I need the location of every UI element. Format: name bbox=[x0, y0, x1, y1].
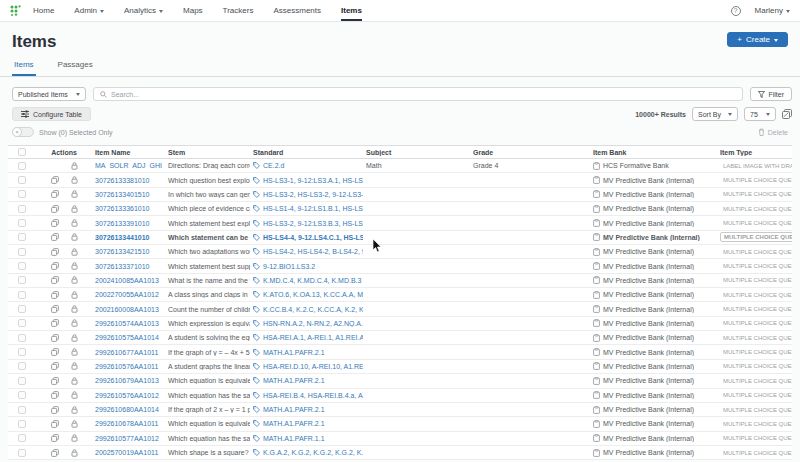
lock-icon[interactable] bbox=[71, 362, 78, 370]
row-checkbox[interactable] bbox=[18, 362, 26, 370]
row-checkbox[interactable] bbox=[18, 434, 26, 442]
item-name-link[interactable]: 30726133401510 bbox=[95, 191, 150, 198]
table-row[interactable]: 2992610677AA1011 If the graph of y = – 4… bbox=[8, 345, 792, 359]
item-standard-link[interactable]: HS-LS3-1, 9-12:LS3.A.1, HS-LS3-1, B-LS3-… bbox=[263, 177, 363, 184]
copy-icon[interactable] bbox=[51, 262, 59, 270]
copy-icon[interactable] bbox=[51, 305, 59, 313]
copy-icon[interactable] bbox=[51, 362, 59, 370]
column-header-item-bank[interactable]: Item Bank bbox=[590, 149, 717, 156]
copy-icon[interactable] bbox=[51, 377, 59, 385]
row-checkbox[interactable] bbox=[18, 262, 26, 270]
copy-icon[interactable] bbox=[51, 449, 59, 457]
item-standard-link[interactable]: K.MD.C.4, K.MD.C.4, K.MD.B.3 bbox=[263, 277, 361, 284]
copy-icon[interactable] bbox=[51, 233, 59, 241]
copy-icon[interactable] bbox=[51, 319, 59, 327]
copy-icon[interactable] bbox=[51, 434, 59, 442]
table-row[interactable]: 30726133401510 In which two ways can gen… bbox=[8, 188, 792, 202]
item-name-link[interactable]: 30726133381010 bbox=[95, 177, 150, 184]
nav-item-items[interactable]: Items bbox=[341, 0, 362, 21]
nav-item-home[interactable]: Home bbox=[33, 0, 54, 21]
lock-icon[interactable] bbox=[71, 377, 78, 385]
column-header-standard[interactable]: Standard bbox=[250, 149, 363, 156]
item-name-link[interactable]: 2992610577AA1012 bbox=[95, 435, 159, 442]
copy-icon[interactable] bbox=[51, 219, 59, 227]
item-standard-link[interactable]: HS-LS3-2, 9-12:LS3.B.3, HS-LS3-2, B-LS3-… bbox=[263, 220, 363, 227]
row-checkbox[interactable] bbox=[18, 348, 26, 356]
lock-icon[interactable] bbox=[71, 319, 78, 327]
table-row[interactable]: 2992610680AA1014 If the graph of 2 x – y… bbox=[8, 403, 792, 417]
table-row[interactable]: MA_SOLR_ADJ_GHI_CA3_Q... Directions: Dra… bbox=[8, 159, 792, 173]
item-name-link[interactable]: 2002160008AA1013 bbox=[95, 306, 159, 313]
copy-icon[interactable] bbox=[51, 334, 59, 342]
tab-passages[interactable]: Passages bbox=[56, 60, 95, 76]
table-row[interactable]: 2992610576AA1012 Which equation has the … bbox=[8, 389, 792, 403]
row-checkbox[interactable] bbox=[18, 190, 26, 198]
show-selected-toggle[interactable]: × bbox=[12, 127, 34, 137]
item-name-link[interactable]: 2992610576AA1011 bbox=[95, 363, 158, 370]
column-header-grade[interactable]: Grade bbox=[470, 149, 590, 156]
copy-icon[interactable] bbox=[51, 205, 59, 213]
item-standard-link[interactable]: HS-LS4-2, HS-LS4-2, B-LS4-2, 9-12-LS4-2,… bbox=[263, 248, 363, 255]
item-standard-link[interactable]: K.ATO.6, K.OA.13, K.CC.A.A, MATH.K.PAFR.… bbox=[263, 291, 363, 298]
lock-icon[interactable] bbox=[71, 406, 78, 414]
copy-icon[interactable] bbox=[51, 348, 59, 356]
copy-icon[interactable] bbox=[51, 420, 59, 428]
item-standard-link[interactable]: HSA-REI.D.10, A-REI.10, A1.REI.C.6, A1: … bbox=[263, 363, 363, 370]
row-checkbox[interactable] bbox=[18, 276, 26, 284]
table-row[interactable]: 2992610679AA1013 Which equation is equiv… bbox=[8, 374, 792, 388]
lock-icon[interactable] bbox=[71, 391, 78, 399]
row-checkbox[interactable] bbox=[18, 420, 26, 428]
item-standard-link[interactable]: MATH.A1.PAFR.2.1 bbox=[263, 377, 325, 384]
lock-icon[interactable] bbox=[71, 233, 78, 241]
nav-item-maps[interactable]: Maps bbox=[183, 0, 203, 21]
help-icon[interactable]: ? bbox=[731, 6, 741, 16]
published-items-select[interactable]: Published Items bbox=[12, 87, 86, 101]
item-name-link[interactable]: 30726133361010 bbox=[95, 205, 150, 212]
row-checkbox[interactable] bbox=[18, 449, 26, 457]
row-checkbox[interactable] bbox=[18, 377, 26, 385]
item-name-link[interactable]: 2002570019AA1011 bbox=[95, 449, 158, 456]
copy-icon[interactable] bbox=[51, 406, 59, 414]
item-name-link[interactable]: 30726133421510 bbox=[95, 248, 150, 255]
copy-icon[interactable] bbox=[51, 276, 59, 284]
lock-icon[interactable] bbox=[71, 276, 78, 284]
column-header-stem[interactable]: Stem bbox=[165, 149, 250, 156]
item-standard-link[interactable]: MATH.A1.PAFR.2.1 bbox=[263, 349, 325, 356]
copy-icon[interactable] bbox=[51, 176, 59, 184]
lock-icon[interactable] bbox=[71, 176, 78, 184]
copy-icon[interactable] bbox=[51, 190, 59, 198]
row-checkbox[interactable] bbox=[18, 319, 26, 327]
item-name-link[interactable]: 2992610576AA1012 bbox=[95, 392, 159, 399]
table-row[interactable]: 30726133421510 Which two adaptations wou… bbox=[8, 245, 792, 259]
column-header-subject[interactable]: Subject bbox=[363, 149, 470, 156]
table-row[interactable]: 2992610576AA1011 A student graphs the li… bbox=[8, 360, 792, 374]
copy-icon[interactable] bbox=[51, 391, 59, 399]
item-name-link[interactable]: 2992610680AA1014 bbox=[95, 406, 159, 413]
item-name-link[interactable]: 2992610677AA1011 bbox=[95, 349, 158, 356]
item-name-link[interactable]: 2992610575AA1014 bbox=[95, 334, 159, 341]
table-row[interactable]: 30726133441010 Which statement can be us… bbox=[8, 231, 792, 245]
item-standard-link[interactable]: HSA-REI.A.1, A-REI.1, A1.REI.A.1, A1: A-… bbox=[263, 334, 363, 341]
row-checkbox[interactable] bbox=[18, 162, 26, 170]
user-menu[interactable]: Marleny bbox=[755, 6, 790, 15]
item-standard-link[interactable]: MATH.A1.PAFR.2.1 bbox=[263, 420, 325, 427]
table-row[interactable]: 2992610678AA1011 Which equation is equiv… bbox=[8, 417, 792, 431]
nav-item-analytics[interactable]: Analytics bbox=[124, 0, 163, 21]
create-button[interactable]: + Create bbox=[727, 32, 788, 47]
item-standard-link[interactable]: MATH.A1.PAFR.1.1 bbox=[263, 435, 325, 442]
item-name-link[interactable]: 2002270055AA1012 bbox=[95, 291, 159, 298]
lock-icon[interactable] bbox=[71, 348, 78, 356]
table-row[interactable]: 2002570019AA1011 Which shape is a square… bbox=[8, 446, 792, 460]
lock-icon[interactable] bbox=[71, 190, 78, 198]
stacked-view-icon[interactable] bbox=[782, 109, 792, 119]
table-row[interactable]: 2002270055AA1012 A class sings and claps… bbox=[8, 288, 792, 302]
lock-icon[interactable] bbox=[71, 291, 78, 299]
table-row[interactable]: 2992610575AA1014 A student is solving th… bbox=[8, 331, 792, 345]
row-checkbox[interactable] bbox=[18, 305, 26, 313]
item-standard-link[interactable]: HSN-RN.A.2, N-RN.2, A2.NQ.A.2, A2: N-RN.… bbox=[263, 320, 363, 327]
table-row[interactable]: 2002160008AA1013 Count the number of chi… bbox=[8, 302, 792, 316]
row-checkbox[interactable] bbox=[18, 391, 26, 399]
copy-icon[interactable] bbox=[51, 291, 59, 299]
table-row[interactable]: 2992610574AA1013 Which expression is equ… bbox=[8, 317, 792, 331]
row-checkbox[interactable] bbox=[18, 176, 26, 184]
